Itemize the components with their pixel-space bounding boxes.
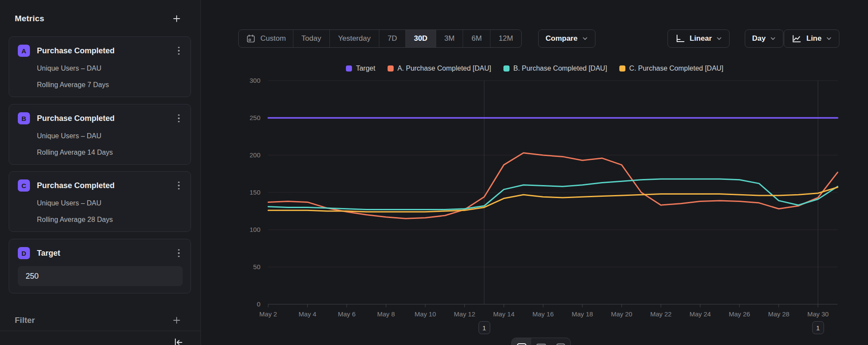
x-axis-label: May 14 <box>493 310 514 318</box>
metric-badge-b: B <box>18 112 30 124</box>
x-axis-label: May 28 <box>768 310 789 318</box>
x-axis-label: May 24 <box>690 310 711 318</box>
metric-title: Purchase Completed <box>37 114 175 123</box>
metric-card-a[interactable]: A Purchase Completed Unique Users – DAU … <box>9 36 191 97</box>
metric-card-c[interactable]: C Purchase Completed Unique Users – DAU … <box>9 171 191 232</box>
chevron-down-icon <box>826 36 832 42</box>
interval-dropdown[interactable]: Day <box>745 29 783 48</box>
x-axis-label: May 12 <box>454 310 475 318</box>
table-view-icon <box>536 342 547 345</box>
x-axis-label: May 4 <box>299 310 316 318</box>
y-axis-label: 0 <box>257 300 260 308</box>
metric-transform: Rolling Average 7 Days <box>37 81 183 89</box>
legend-label: Target <box>356 65 375 72</box>
compare-button[interactable]: Compare <box>538 29 595 48</box>
chevron-down-icon <box>582 36 588 42</box>
annotation-badge[interactable]: 1 <box>812 321 824 334</box>
interval-label: Day <box>752 34 766 43</box>
chart-view-icon <box>516 342 527 345</box>
axis-scale-icon <box>675 33 685 44</box>
metric-transform: Rolling Average 28 Days <box>37 216 183 224</box>
legend-item-target[interactable]: Target <box>346 65 375 72</box>
legend-item-b[interactable]: B. Purchase Completed [DAU] <box>503 65 607 72</box>
y-axis-label: 200 <box>250 151 260 159</box>
metric-measure: Unique Users – DAU <box>37 65 183 72</box>
filter-title: Filter <box>15 316 35 325</box>
legend-swatch <box>346 65 352 72</box>
y-axis-label: 300 <box>250 77 260 84</box>
series-line-c <box>268 187 838 212</box>
range-yesterday[interactable]: Yesterday <box>330 30 379 47</box>
range-label: 12M <box>499 34 513 43</box>
series-line-a <box>268 153 838 218</box>
metrics-title: Metrics <box>15 14 44 23</box>
legend-label: B. Purchase Completed [DAU] <box>513 65 607 72</box>
kebab-menu-icon[interactable] <box>175 248 183 258</box>
scale-dropdown[interactable]: Linear <box>667 29 730 48</box>
kebab-menu-icon[interactable] <box>175 114 183 123</box>
metric-badge-c: C <box>18 179 30 192</box>
kebab-menu-icon[interactable] <box>175 46 183 55</box>
legend-swatch <box>619 65 625 72</box>
range-today[interactable]: Today <box>293 30 330 47</box>
view-toggle-chart[interactable] <box>512 338 531 345</box>
series-line-b <box>268 179 838 210</box>
add-metric-button[interactable] <box>172 14 181 23</box>
metric-measure: Unique Users – DAU <box>37 199 183 207</box>
x-axis-label: May 16 <box>533 310 554 318</box>
range-label: Today <box>302 34 321 43</box>
metric-transform: Rolling Average 14 Days <box>37 149 183 156</box>
x-axis-label: May 30 <box>807 310 829 318</box>
x-axis-label: May 6 <box>338 310 356 318</box>
range-7d[interactable]: 7D <box>379 30 406 47</box>
legend-item-c[interactable]: C. Purchase Completed [DAU] <box>619 65 723 72</box>
y-axis-label: 50 <box>253 263 260 270</box>
range-3m[interactable]: 3M <box>436 30 464 47</box>
metric-card-b[interactable]: B Purchase Completed Unique Users – DAU … <box>9 104 191 165</box>
metric-badge-a: A <box>18 45 30 57</box>
x-axis-label: May 18 <box>572 310 593 318</box>
metric-title: Purchase Completed <box>37 46 175 55</box>
metric-title: Target <box>37 249 175 258</box>
range-label: 6M <box>471 34 482 43</box>
chart-legend: Target A. Purchase Completed [DAU] B. Pu… <box>201 64 868 73</box>
metrics-sidebar: Metrics A Purchase Completed Unique User… <box>0 0 201 345</box>
view-toggle-table[interactable] <box>531 338 551 345</box>
add-filter-button[interactable] <box>172 316 181 325</box>
range-6m[interactable]: 6M <box>463 30 490 47</box>
range-label: Yesterday <box>338 34 371 43</box>
legend-label: A. Purchase Completed [DAU] <box>398 65 491 72</box>
view-toggle-card[interactable] <box>551 338 570 345</box>
scale-label: Linear <box>690 34 712 43</box>
collapse-left-icon <box>173 337 184 345</box>
x-axis-label: May 2 <box>260 310 277 318</box>
annotation-badge[interactable]: 1 <box>478 321 490 334</box>
metric-title: Purchase Completed <box>37 181 175 190</box>
x-axis-label: May 20 <box>611 310 632 318</box>
range-label: Custom <box>260 34 286 43</box>
range-12m[interactable]: 12M <box>490 30 521 47</box>
metric-card-target[interactable]: D Target <box>9 239 191 293</box>
range-label: 7D <box>388 34 397 43</box>
legend-label: C. Purchase Completed [DAU] <box>629 65 723 72</box>
metrics-header: Metrics <box>15 13 181 24</box>
range-custom[interactable]: Custom <box>239 30 293 47</box>
plus-icon <box>172 14 181 23</box>
y-axis-label: 100 <box>250 226 260 233</box>
x-axis-label: May 26 <box>729 310 750 318</box>
legend-swatch <box>388 65 394 72</box>
range-30d[interactable]: 30D <box>406 30 436 47</box>
x-axis-label: May 8 <box>377 310 395 318</box>
collapse-sidebar-button[interactable] <box>173 337 184 345</box>
target-value-input[interactable] <box>18 266 183 286</box>
metric-measure: Unique Users – DAU <box>37 132 183 140</box>
chart-type-dropdown[interactable]: Line <box>784 29 839 48</box>
chevron-down-icon <box>770 36 776 42</box>
range-label: 3M <box>444 34 455 43</box>
card-view-icon <box>555 342 566 345</box>
x-axis-label: May 10 <box>414 310 436 318</box>
legend-item-a[interactable]: A. Purchase Completed [DAU] <box>388 65 491 72</box>
compare-label: Compare <box>546 34 578 43</box>
calendar-icon <box>246 33 256 44</box>
kebab-menu-icon[interactable] <box>175 181 183 190</box>
